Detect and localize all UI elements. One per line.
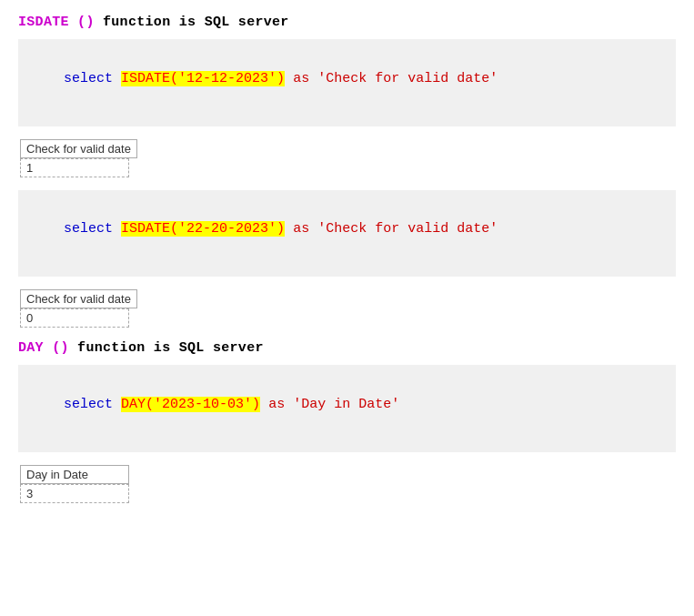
day-example1-code-block: select DAY('2023-10-03') as 'Day in Date…: [18, 365, 676, 452]
day-example1-result: Day in Date 3: [20, 465, 676, 503]
isdate-fn-highlight-1: ISDATE('12-12-2023'): [121, 71, 285, 86]
result-value-row-2: 0: [20, 308, 676, 328]
result-col-header-3: Day in Date: [20, 465, 129, 484]
isdate-alias-1: 'Check for valid date': [317, 71, 498, 86]
day-keyword: DAY (): [18, 340, 69, 356]
day-fn-highlight: DAY('2023-10-03'): [121, 397, 260, 412]
as-keyword-2: as: [293, 221, 309, 237]
isdate-example2-code-block: select ISDATE('22-20-2023') as 'Check fo…: [18, 190, 676, 278]
isdate-fn-arg-1: '12-12-2023': [178, 71, 277, 86]
isdate-keyword: ISDATE (): [18, 15, 95, 30]
select-keyword-1: select: [64, 71, 113, 86]
isdate-section-heading: ISDATE () function is SQL server: [18, 15, 676, 30]
isdate-example1-code-block: select ISDATE('12-12-2023') as 'Check fo…: [18, 39, 676, 126]
result-header-row-2: Check for valid date: [20, 289, 676, 308]
result-col-value-1: 1: [20, 158, 129, 177]
result-col-value-2: 0: [20, 308, 129, 328]
isdate-fn-name-1: ISDATE: [121, 71, 170, 86]
isdate-fn-arg-2: '22-20-2023': [178, 221, 277, 237]
isdate-fn-name-2: ISDATE: [121, 221, 170, 237]
result-col-header-2: Check for valid date: [20, 289, 137, 308]
day-alias: 'Day in Date': [293, 397, 399, 412]
isdate-example1-code-line: select ISDATE('12-12-2023') as 'Check fo…: [31, 48, 663, 110]
day-fn-arg: '2023-10-03': [154, 397, 252, 412]
day-example1-code-line: select DAY('2023-10-03') as 'Day in Date…: [31, 374, 663, 436]
isdate-alias-2: 'Check for valid date': [317, 221, 498, 237]
isdate-example2-code-line: select ISDATE('22-20-2023') as 'Check fo…: [31, 199, 663, 261]
day-heading-rest: function is SQL server: [69, 340, 264, 356]
day-section-heading: DAY () function is SQL server: [18, 340, 676, 356]
result-header-row-3: Day in Date: [20, 465, 676, 484]
day-fn-name: DAY: [121, 397, 146, 412]
isdate-example2-result: Check for valid date 0: [20, 289, 676, 328]
as-keyword-1: as: [293, 71, 309, 86]
select-keyword-2: select: [64, 221, 113, 237]
isdate-example1-result: Check for valid date 1: [20, 139, 676, 177]
result-col-value-3: 3: [20, 484, 129, 503]
result-header-row-1: Check for valid date: [20, 139, 676, 158]
as-keyword-3: as: [268, 397, 285, 412]
result-col-header-1: Check for valid date: [20, 139, 137, 158]
result-value-row-1: 1: [20, 158, 676, 177]
isdate-fn-highlight-2: ISDATE('22-20-2023'): [121, 221, 285, 237]
select-keyword-3: select: [64, 397, 113, 412]
isdate-heading-rest: function is SQL server: [95, 15, 289, 30]
result-value-row-3: 3: [20, 484, 676, 503]
